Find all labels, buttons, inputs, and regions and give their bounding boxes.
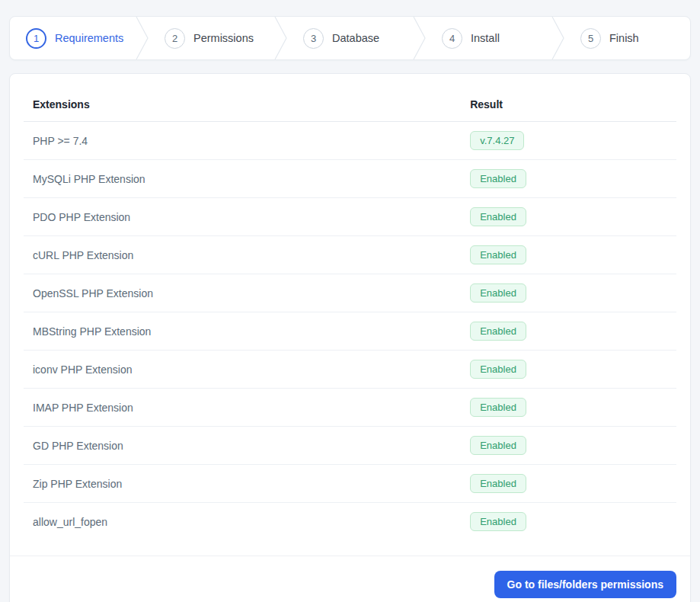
step-number-badge: 1 xyxy=(26,28,46,49)
column-header-result: Result xyxy=(461,88,676,122)
table-row: MBString PHP Extension Enabled xyxy=(24,312,676,351)
status-badge: Enabled xyxy=(470,245,526,264)
step-finish: 5 Finish xyxy=(564,17,690,59)
status-badge: Enabled xyxy=(470,360,526,379)
status-badge: v.7.4.27 xyxy=(470,131,524,150)
table-row: cURL PHP Extension Enabled xyxy=(24,236,676,274)
step-label: Install xyxy=(471,32,500,44)
extension-name: PDO PHP Extension xyxy=(24,198,461,236)
step-label: Permissions xyxy=(193,32,254,44)
chevron-separator-icon xyxy=(274,17,287,59)
chevron-separator-icon xyxy=(136,17,149,59)
step-number-badge: 2 xyxy=(165,28,185,49)
chevron-separator-icon xyxy=(413,17,426,59)
step-label: Finish xyxy=(609,32,639,44)
status-badge: Enabled xyxy=(470,398,526,417)
column-header-extensions: Extensions xyxy=(24,88,461,122)
table-row: PHP >= 7.4 v.7.4.27 xyxy=(24,122,676,160)
step-number-badge: 5 xyxy=(580,28,601,49)
status-badge: Enabled xyxy=(470,512,526,531)
extension-name: cURL PHP Extension xyxy=(24,236,461,274)
table-row: Zip PHP Extension Enabled xyxy=(24,465,676,503)
table-header-row: Extensions Result xyxy=(24,88,676,122)
status-badge: Enabled xyxy=(470,207,526,226)
extension-name: iconv PHP Extension xyxy=(24,351,461,389)
table-row: allow_url_fopen Enabled xyxy=(24,503,676,541)
step-number-badge: 4 xyxy=(442,28,462,49)
table-row: GD PHP Extension Enabled xyxy=(24,427,676,465)
table-row: OpenSSL PHP Extension Enabled xyxy=(24,274,676,312)
extension-name: MySQLi PHP Extension xyxy=(24,160,461,198)
extension-name: GD PHP Extension xyxy=(24,427,461,465)
step-install: 4 Install xyxy=(426,17,551,59)
chevron-separator-icon xyxy=(551,17,564,59)
step-database: 3 Database xyxy=(287,17,413,59)
step-label: Database xyxy=(332,32,379,44)
status-badge: Enabled xyxy=(470,474,526,493)
extension-name: OpenSSL PHP Extension xyxy=(24,274,461,312)
table-row: MySQLi PHP Extension Enabled xyxy=(24,160,676,198)
step-number-badge: 3 xyxy=(303,28,324,49)
status-badge: Enabled xyxy=(470,436,526,455)
extension-name: allow_url_fopen xyxy=(24,503,461,541)
step-permissions: 2 Permissions xyxy=(149,17,274,59)
requirements-table-body: Extensions Result PHP >= 7.4 v.7.4.27 My… xyxy=(10,74,690,556)
status-badge: Enabled xyxy=(470,169,526,188)
extension-name: PHP >= 7.4 xyxy=(24,122,461,160)
table-row: PDO PHP Extension Enabled xyxy=(24,198,676,236)
card-footer: Go to files/folders permissions xyxy=(10,556,690,602)
status-badge: Enabled xyxy=(470,322,526,341)
requirements-card: Extensions Result PHP >= 7.4 v.7.4.27 My… xyxy=(9,73,691,602)
step-label: Requirements xyxy=(55,32,123,44)
extension-name: Zip PHP Extension xyxy=(24,465,461,503)
extension-name: IMAP PHP Extension xyxy=(24,389,461,427)
requirements-table: Extensions Result PHP >= 7.4 v.7.4.27 My… xyxy=(24,88,676,540)
install-stepper: 1 Requirements 2 Permissions 3 Database … xyxy=(9,16,691,60)
page: 1 Requirements 2 Permissions 3 Database … xyxy=(0,0,700,602)
extension-name: MBString PHP Extension xyxy=(24,312,461,351)
go-to-permissions-button[interactable]: Go to files/folders permissions xyxy=(494,571,676,598)
step-requirements: 1 Requirements xyxy=(10,17,136,59)
status-badge: Enabled xyxy=(470,283,526,303)
table-row: IMAP PHP Extension Enabled xyxy=(24,389,676,427)
table-row: iconv PHP Extension Enabled xyxy=(24,351,676,389)
